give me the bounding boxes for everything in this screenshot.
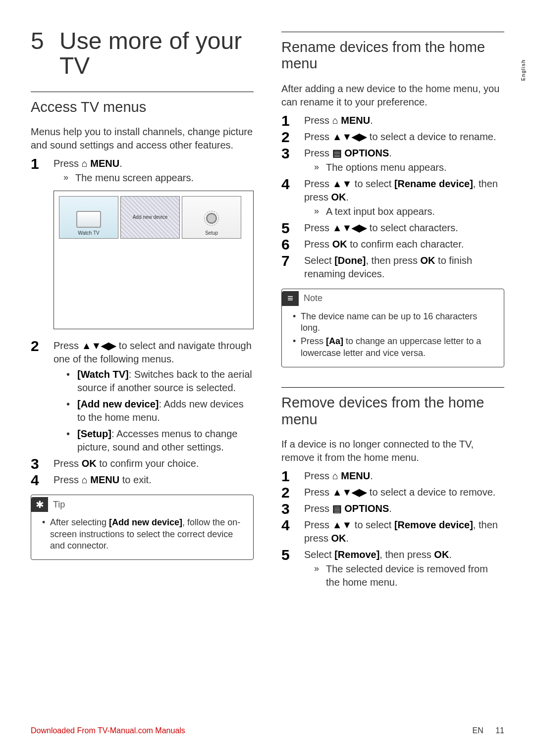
step-3: Press OK to confirm your choice. xyxy=(31,457,254,470)
tip-box: ✱ Tip After selecting [Add new device], … xyxy=(31,495,254,560)
menu-tiles: Watch TV Add new device Setup xyxy=(59,196,248,239)
home-icon: ⌂ xyxy=(332,470,338,481)
option-label: [Watch TV] xyxy=(77,369,129,380)
text: . xyxy=(370,115,373,126)
text: Press xyxy=(304,148,332,158)
bold-text: [Rename device] xyxy=(394,178,473,189)
text: to select xyxy=(352,178,394,189)
menu-label: MENU xyxy=(88,474,119,485)
updown-icons: ▲▼ xyxy=(332,519,352,530)
ok-label: OK xyxy=(332,239,347,250)
language-tab: English xyxy=(521,59,526,81)
text: Press xyxy=(304,470,332,481)
step-2: Press ▲▼◀▶ to select and navigate throug… xyxy=(31,339,254,454)
intro-text: Menus help you to install channels, chan… xyxy=(31,125,254,152)
result-marker: » xyxy=(314,562,319,589)
step-5: Press ▲▼◀▶ to select characters. xyxy=(281,221,504,235)
text: to confirm each character. xyxy=(347,239,464,250)
text: Press xyxy=(304,239,332,250)
bold-text: [Remove device] xyxy=(394,519,473,530)
text: Press xyxy=(304,115,332,126)
remove-steps: Press ⌂ MENU. Press ▲▼◀▶ to select a dev… xyxy=(281,469,504,589)
step-1: Press ⌂ MENU. xyxy=(281,469,504,483)
text: , then press xyxy=(366,255,420,266)
result-marker: » xyxy=(63,171,68,185)
note-title: Note xyxy=(304,293,322,303)
tv-icon xyxy=(76,211,101,228)
gear-icon xyxy=(204,211,219,226)
step-2: Press ▲▼◀▶ to select a device to remove. xyxy=(281,486,504,499)
ok-label: OK xyxy=(331,192,346,202)
tile-watch-tv: Watch TV xyxy=(59,196,118,239)
step-5: Select [Remove], then press OK. »The sel… xyxy=(281,548,504,589)
step-3: Press ▤ OPTIONS. »The options menu appea… xyxy=(281,147,504,174)
ok-label: OK xyxy=(331,533,346,544)
section-rule xyxy=(281,32,504,32)
note-header: ≡ Note xyxy=(282,289,504,309)
nav-icons: ▲▼◀▶ xyxy=(332,131,367,142)
tile-label: Watch TV xyxy=(78,230,99,237)
page-number-block: EN 11 xyxy=(473,726,504,735)
chapter-number: 5 xyxy=(31,29,59,79)
home-icon: ⌂ xyxy=(82,158,88,169)
step-4: Press ⌂ MENU to exit. xyxy=(31,473,254,487)
list-item: [Add new device]: Adds new devices to th… xyxy=(63,398,254,424)
tile-label: Add new device xyxy=(133,214,168,221)
note-icon: ≡ xyxy=(282,291,299,306)
page-footer: Downloaded From TV-Manual.com Manuals EN… xyxy=(31,726,504,735)
options-label: OPTIONS xyxy=(342,503,389,514)
note-box: ≡ Note The device name can be up to 16 c… xyxy=(281,289,504,368)
note-item: Press [Aa] to change an uppercase letter… xyxy=(293,336,497,359)
option-label: [Add new device] xyxy=(77,399,159,409)
text: to select a device to remove. xyxy=(367,487,495,498)
text: . xyxy=(389,503,392,514)
tip-title: Tip xyxy=(53,500,65,510)
page-number: 11 xyxy=(495,726,504,735)
updown-icons: ▲▼ xyxy=(332,178,352,189)
text: . xyxy=(346,192,349,202)
nav-icons: ▲▼◀▶ xyxy=(332,222,367,233)
text: . xyxy=(449,549,452,560)
home-icon: ⌂ xyxy=(82,474,88,485)
download-source: Downloaded From TV-Manual.com Manuals xyxy=(31,726,185,735)
section-rename: Rename devices from the home menu xyxy=(281,39,504,72)
text: Press xyxy=(304,178,332,189)
step-result: » The menu screen appears. xyxy=(54,171,254,185)
result-marker: » xyxy=(314,161,319,174)
result-text: The selected device is removed from the … xyxy=(326,562,504,589)
step-1: Press ⌂ MENU. » The menu screen appears.… xyxy=(31,157,254,329)
text: Select xyxy=(304,549,334,560)
step-result: »The options menu appears. xyxy=(304,161,504,174)
text: Press xyxy=(54,340,82,351)
bold-text: [Aa] xyxy=(326,336,343,346)
text: . xyxy=(119,158,122,169)
result-text: The options menu appears. xyxy=(326,161,447,174)
note-item: The device name can be up to 16 characte… xyxy=(293,311,497,334)
section-access-menus: Access TV menus xyxy=(31,99,254,115)
text: Press xyxy=(54,158,82,169)
right-column: Rename devices from the home menu After … xyxy=(281,29,504,597)
tip-item: After selecting [Add new device], follow… xyxy=(42,517,246,552)
text: to confirm your choice. xyxy=(97,458,199,469)
section-rule xyxy=(281,387,504,388)
text: to select xyxy=(352,519,394,530)
note-body: The device name can be up to 16 characte… xyxy=(282,309,504,367)
step-3: Press ▤ OPTIONS. xyxy=(281,502,504,515)
text: Press xyxy=(304,487,332,498)
step-4: Press ▲▼ to select [Remove device], then… xyxy=(281,518,504,545)
nav-icons: ▲▼◀▶ xyxy=(82,340,116,351)
access-steps: Press ⌂ MENU. » The menu screen appears.… xyxy=(31,157,254,487)
ok-label: OK xyxy=(421,255,435,266)
result-text: A text input box appears. xyxy=(326,205,435,218)
lang-code: EN xyxy=(473,726,483,735)
options-icon: ▤ xyxy=(332,148,342,158)
tip-body: After selecting [Add new device], follow… xyxy=(31,515,253,559)
nav-icons: ▲▼◀▶ xyxy=(332,487,367,498)
list-item: [Setup]: Accesses menus to change pictur… xyxy=(63,427,254,454)
step-1: Press ⌂ MENU. xyxy=(281,114,504,127)
text: to select characters. xyxy=(367,222,458,233)
bold-text: [Remove] xyxy=(334,549,379,560)
text: Select xyxy=(304,255,334,266)
text: . xyxy=(389,148,392,158)
ok-label: OK xyxy=(434,549,449,560)
